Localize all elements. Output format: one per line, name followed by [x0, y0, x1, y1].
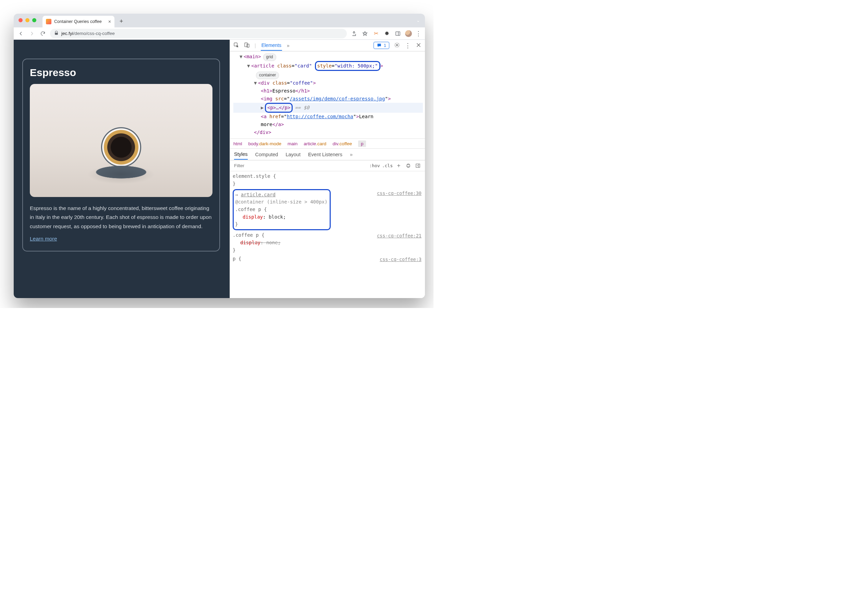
- browser-window: Container Queries coffee × + ⌄ jec.fyi/d…: [14, 14, 425, 298]
- img-src-link[interactable]: /assets/img/demo/cof-espresso.jpg: [290, 96, 385, 101]
- address-bar[interactable]: jec.fyi/demo/css-cq-coffee: [50, 29, 347, 38]
- devtools-toolbar: | Elements » 1 ⋮: [230, 40, 425, 51]
- rendered-page: Espresso Espresso is the name of a highl…: [14, 40, 230, 298]
- selected-p-node[interactable]: ••• ▶<p>…</p>== $0: [233, 103, 423, 113]
- maximize-window[interactable]: [32, 18, 36, 22]
- source-link[interactable]: css-cq-coffee:21: [377, 232, 422, 239]
- breadcrumb-item[interactable]: article.card: [304, 141, 326, 146]
- layout-tab[interactable]: Layout: [285, 150, 301, 159]
- devtools-settings-icon[interactable]: [394, 42, 400, 49]
- tab-title: Container Queries coffee: [54, 19, 102, 24]
- bookmark-star-icon[interactable]: [361, 30, 369, 37]
- content-split: Espresso Espresso is the name of a highl…: [14, 40, 425, 298]
- a-href-link[interactable]: http://coffee.com/mocha: [287, 114, 353, 119]
- grid-badge[interactable]: grid: [263, 53, 276, 61]
- rule-overridden[interactable]: css-cq-coffee:21 .coffee p { display: no…: [233, 232, 422, 254]
- minimize-window[interactable]: [25, 18, 30, 22]
- p-node-highlight: <p>…</p>: [265, 103, 293, 113]
- rule-p[interactable]: css-cq-coffee:3 p {: [233, 255, 422, 263]
- container-badge[interactable]: container: [256, 72, 279, 79]
- svg-point-5: [396, 44, 398, 46]
- styles-rules[interactable]: element.style { } css-cq-coffee:30 → art…: [230, 171, 425, 298]
- devtools-menu-icon[interactable]: ⋮: [405, 42, 411, 49]
- svg-rect-7: [416, 164, 419, 168]
- profile-avatar[interactable]: [405, 30, 412, 37]
- toolbar: jec.fyi/demo/css-cq-coffee ✂ ⋮: [14, 27, 425, 40]
- styles-filter-input[interactable]: [233, 163, 367, 168]
- issues-badge[interactable]: 1: [373, 42, 389, 49]
- print-icon[interactable]: [404, 162, 412, 170]
- share-icon[interactable]: [350, 30, 358, 37]
- espresso-image: [30, 84, 212, 197]
- elements-tree[interactable]: ▼<main>grid ▼<article class="card" style…: [230, 51, 425, 138]
- breadcrumb-item-selected[interactable]: p: [358, 140, 366, 147]
- devtools-close-icon[interactable]: [416, 42, 422, 49]
- extensions-icon[interactable]: [383, 30, 391, 37]
- source-link[interactable]: css-cq-coffee:3: [380, 256, 422, 263]
- close-window[interactable]: [19, 18, 23, 22]
- card-title: Espresso: [30, 67, 212, 79]
- lock-icon: [54, 31, 58, 36]
- inspect-icon[interactable]: [233, 42, 239, 49]
- reload-button[interactable]: [39, 30, 47, 37]
- sidepanel-icon[interactable]: [394, 30, 402, 37]
- close-tab-icon[interactable]: ×: [108, 19, 111, 24]
- elements-tab[interactable]: Elements: [261, 41, 282, 51]
- svg-rect-0: [55, 33, 58, 35]
- coffee-card: Espresso Espresso is the name of a highl…: [22, 58, 220, 251]
- container-rule-highlight: → article.card @container (inline-size >…: [233, 189, 331, 230]
- learn-more-link[interactable]: Learn more: [30, 236, 57, 242]
- dom-breadcrumb[interactable]: html body.dark-mode main article.card di…: [230, 138, 425, 149]
- container-origin-link[interactable]: article.card: [241, 192, 275, 197]
- tab-strip: Container Queries coffee × + ⌄: [14, 14, 425, 27]
- devtools-panel: | Elements » 1 ⋮ ▼<main>grid ▼<article c…: [230, 40, 425, 298]
- chrome-menu-icon[interactable]: ⋮: [415, 30, 422, 37]
- back-button[interactable]: [17, 30, 25, 37]
- more-tabs-icon[interactable]: »: [287, 43, 290, 48]
- rule-container-query[interactable]: css-cq-coffee:30 → article.card @contain…: [233, 189, 422, 230]
- toolbar-right: ✂ ⋮: [350, 30, 422, 37]
- breadcrumb-item[interactable]: html: [233, 141, 242, 146]
- styles-tab[interactable]: Styles: [234, 149, 248, 160]
- style-attr-highlight: style="width: 500px;": [315, 61, 381, 71]
- forward-button[interactable]: [28, 30, 36, 37]
- styles-filter-row: :hov .cls: [230, 160, 425, 171]
- more-styles-tabs-icon[interactable]: »: [350, 152, 352, 157]
- new-tab-button[interactable]: +: [116, 16, 126, 26]
- favicon: [46, 19, 51, 24]
- breadcrumb-item[interactable]: body.dark-mode: [249, 141, 282, 146]
- new-rule-icon[interactable]: [395, 162, 402, 170]
- svg-rect-1: [396, 31, 400, 35]
- source-link[interactable]: css-cq-coffee:30: [377, 190, 422, 197]
- card-body: Espresso is the name of a highly concent…: [30, 204, 212, 231]
- event-listeners-tab[interactable]: Event Listeners: [308, 150, 342, 159]
- breadcrumb-item[interactable]: main: [288, 141, 297, 146]
- svg-rect-6: [407, 165, 410, 167]
- sidebar-toggle-icon[interactable]: [414, 162, 422, 170]
- styles-panel-tabs: Styles Computed Layout Event Listeners »: [230, 149, 425, 160]
- browser-tab[interactable]: Container Queries coffee ×: [42, 16, 115, 27]
- hov-toggle[interactable]: :hov: [369, 163, 380, 168]
- window-controls: [19, 18, 36, 22]
- url-text: jec.fyi/demo/css-cq-coffee: [61, 31, 115, 36]
- device-toggle-icon[interactable]: [244, 42, 250, 49]
- rule-element-style[interactable]: element.style { }: [233, 173, 422, 187]
- cls-toggle[interactable]: .cls: [382, 163, 393, 168]
- computed-tab[interactable]: Computed: [255, 150, 278, 159]
- tab-overflow-icon[interactable]: ⌄: [416, 18, 420, 23]
- breadcrumb-item[interactable]: div.coffee: [332, 141, 352, 146]
- scissors-icon[interactable]: ✂: [372, 30, 380, 37]
